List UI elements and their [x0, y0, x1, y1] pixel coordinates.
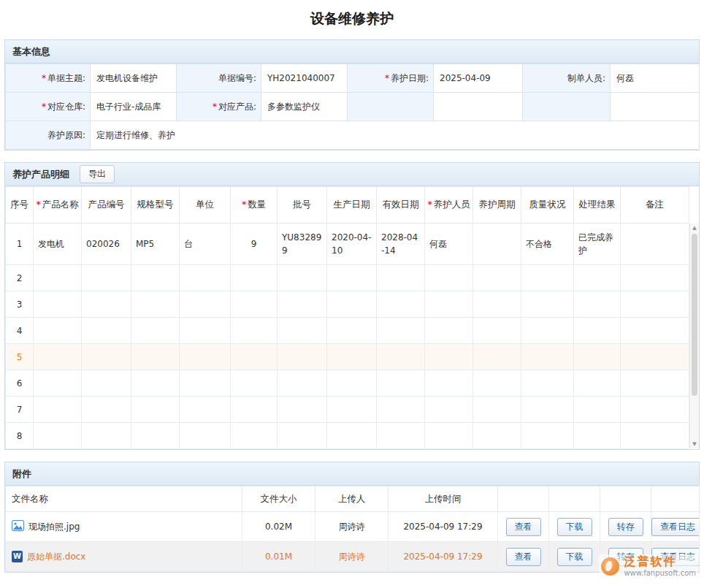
empty-cell [278, 397, 327, 423]
cell-quality: 不合格 [521, 224, 574, 265]
empty-cell [425, 423, 473, 449]
file-uploader: 周诗诗 [315, 542, 389, 572]
empty-cell [180, 397, 231, 423]
required-icon: * [42, 73, 46, 83]
download-button[interactable]: 下载 [557, 518, 592, 536]
cell-person: 何磊 [425, 224, 473, 265]
cell-note [621, 224, 689, 265]
empty-cell [377, 370, 425, 397]
empty-cell [473, 370, 521, 397]
empty-cell [521, 370, 574, 397]
empty-cell [82, 397, 131, 423]
detail-header-row: 序号 *产品名称 产品编号 规格型号 单位 *数量 批号 生产日期 有效日期 *… [6, 187, 689, 224]
attachment-row-selected[interactable]: W 原始单据.docx 0.01M 周诗诗 2025-04-09 17:29 查… [6, 542, 700, 572]
empty-header-cell [549, 486, 600, 512]
empty-cell [82, 370, 131, 397]
file-name[interactable]: 现场拍照.jpg [28, 521, 80, 533]
empty-cell [180, 423, 231, 449]
transfer-button[interactable]: 转存 [608, 548, 643, 566]
action-cell: 查看日志 [651, 542, 700, 572]
empty-cell [34, 318, 82, 344]
subject-label: *单据主题: [6, 64, 91, 93]
empty-cell [621, 291, 689, 318]
col-person: *养护人员 [425, 187, 473, 224]
date-label: *养护日期: [348, 64, 434, 93]
empty-cell [574, 318, 621, 344]
empty-cell [278, 344, 327, 370]
table-row[interactable]: 1 发电机 020026 MP5 台 9 YU832899 2020-04-10… [6, 224, 689, 265]
col-upload-time: 上传时间 [389, 486, 498, 512]
creator-label: 制单人员: [523, 64, 611, 93]
table-row[interactable]: 7 [6, 397, 689, 423]
empty-cell [521, 291, 574, 318]
view-log-button[interactable]: 查看日志 [651, 548, 700, 566]
empty-cell [278, 318, 327, 344]
table-row[interactable]: 6 [6, 370, 689, 397]
empty-cell [327, 344, 377, 370]
cell-seq: 1 [6, 224, 34, 265]
empty-cell [425, 318, 473, 344]
basic-row-2: *对应仓库: 电子行业-成品库 *对应产品: 多参数监护仪 [6, 93, 700, 121]
scrollbar[interactable]: ▲ ▼ [689, 224, 699, 448]
cell-unit: 台 [180, 224, 231, 265]
col-file-size: 文件大小 [242, 486, 315, 512]
cell-name: 发电机 [34, 224, 82, 265]
table-row[interactable]: 4 [6, 318, 689, 344]
empty-header-cell [600, 486, 651, 512]
cell-seq: 8 [6, 423, 34, 449]
empty-cell [621, 344, 689, 370]
table-row-selected[interactable]: 5 [6, 344, 689, 370]
warehouse-label: *对应仓库: [6, 93, 91, 121]
file-time: 2025-04-09 17:29 [389, 542, 498, 572]
empty-cell [231, 370, 278, 397]
col-file-name: 文件名称 [6, 486, 242, 512]
empty-cell [327, 291, 377, 318]
empty-cell [621, 397, 689, 423]
transfer-button[interactable]: 转存 [608, 518, 643, 536]
table-row[interactable]: 2 [6, 265, 689, 291]
table-row[interactable]: 3 [6, 291, 689, 318]
detail-title: 养护产品明细 [12, 163, 69, 186]
empty-cell [377, 397, 425, 423]
empty-cell [131, 265, 180, 291]
attachment-row[interactable]: 现场拍照.jpg 0.02M 周诗诗 2025-04-09 17:29 查看 下… [6, 512, 700, 542]
cell-seq: 5 [6, 344, 34, 370]
empty-cell [131, 397, 180, 423]
empty-cell [425, 370, 473, 397]
empty-cell [377, 344, 425, 370]
view-button[interactable]: 查看 [506, 518, 541, 536]
col-product-name: *产品名称 [34, 187, 82, 224]
subject-value: 发电机设备维护 [91, 64, 177, 93]
export-button[interactable]: 导出 [80, 165, 115, 183]
action-cell: 查看日志 [651, 512, 700, 542]
scrollbar-thumb[interactable] [692, 234, 697, 396]
basic-row-3: 养护原因: 定期进行维修、养护 [6, 121, 700, 150]
file-name[interactable]: 原始单据.docx [27, 551, 85, 563]
download-button[interactable]: 下载 [557, 548, 592, 566]
view-log-button[interactable]: 查看日志 [651, 518, 700, 536]
attachments-title: 附件 [12, 462, 31, 485]
empty-cell [473, 344, 521, 370]
empty-cell [231, 423, 278, 449]
empty-cell [82, 344, 131, 370]
detail-panel: 养护产品明细 导出 序号 *产品名称 产品编号 规格型号 单位 *数量 批号 生… [4, 162, 700, 450]
empty-cell [574, 370, 621, 397]
number-value: YH2021040007 [261, 64, 348, 93]
empty-label-cell [348, 93, 434, 121]
action-cell: 查看 [498, 512, 549, 542]
cell-cycle [473, 224, 521, 265]
col-product-code: 产品编号 [82, 187, 131, 224]
cell-seq: 3 [6, 291, 34, 318]
scroll-up-icon[interactable]: ▲ [690, 224, 699, 232]
view-button[interactable]: 查看 [506, 548, 541, 566]
col-note: 备注 [621, 187, 689, 224]
table-row[interactable]: 8 [6, 423, 689, 449]
file-uploader: 周诗诗 [315, 512, 389, 542]
empty-cell [34, 423, 82, 449]
empty-cell [231, 344, 278, 370]
empty-cell [377, 265, 425, 291]
empty-cell [180, 318, 231, 344]
empty-cell [377, 423, 425, 449]
scroll-down-icon[interactable]: ▼ [690, 440, 699, 448]
empty-value-cell [611, 93, 700, 121]
